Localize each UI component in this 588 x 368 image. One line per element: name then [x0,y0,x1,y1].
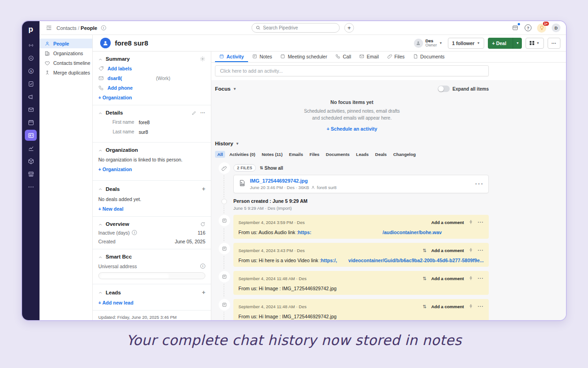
broadcast-icon[interactable] [25,40,37,51]
marketplace-icon[interactable] [25,168,37,179]
tab-call[interactable]: Call [331,52,355,62]
pin-icon[interactable] [469,274,473,282]
timeline-scroll[interactable]: Focus▼ Expand all items No focus items y… [211,80,566,320]
tab-activity[interactable]: Activity [215,52,248,62]
search-input[interactable] [263,25,328,30]
note-more-icon[interactable]: ··· [478,248,484,253]
sidebar-item-people[interactable]: People [40,39,92,48]
expand-note-icon[interactable]: ⇅ [423,248,426,253]
edit-icon[interactable] [192,110,197,115]
note-more-icon[interactable]: ··· [478,276,484,281]
tab-email[interactable]: Email [355,52,383,62]
info-icon[interactable]: i [132,230,137,235]
add-new-lead-link[interactable]: + Add new lead [98,300,133,305]
note-link[interactable]: videocontainer/Guid/b/b6ac9ba2-200b-45d6… [348,258,484,263]
schedule-activity-link[interactable]: + Schedule an activity [327,126,377,132]
more-icon[interactable] [25,181,37,192]
new-deal-link[interactable]: + New deal [98,206,124,212]
filter-changelog[interactable]: Changelog [391,151,418,158]
owner-selector[interactable]: Des Owner ▼ [414,39,442,48]
file-card[interactable]: IMG_1725446929742.jpg June 20 3:46 PM · … [233,175,489,193]
mail-icon[interactable] [25,104,37,115]
pin-icon[interactable] [469,246,473,254]
whats-new-icon[interactable] [511,24,519,32]
sidebar-item-merge-duplicates[interactable]: Merge duplicates [40,68,92,77]
add-organization-row[interactable]: + Organization [98,95,205,100]
filter-deals[interactable]: Deals [373,151,389,158]
leads-icon[interactable] [25,52,37,63]
expand-all-toggle[interactable] [438,86,450,92]
refresh-icon[interactable] [200,222,205,227]
followers-button[interactable]: 1 follower▼ [448,38,484,49]
note-link[interactable]: /audiocontainer/bohe.wav [383,230,442,235]
sidebar-item-contacts-timeline[interactable]: Contacts timeline [40,58,92,68]
chevron-down-icon[interactable]: ▼ [236,142,239,146]
filter-all[interactable]: All [215,151,225,158]
layout-button[interactable]: ▼ [526,38,543,49]
help-icon[interactable]: ? [525,24,531,31]
filter-leads[interactable]: Leads [354,151,371,158]
add-deal-button[interactable]: + Deal ▼ [488,38,522,49]
deal-dropdown[interactable]: ▼ [513,38,522,49]
insights-icon[interactable] [25,143,37,154]
note-more-icon[interactable]: ··· [478,304,484,309]
add-comment-button[interactable]: Add a comment [431,304,464,309]
note-link[interactable]: https: [298,230,311,235]
add-deal-icon[interactable]: + [202,185,205,192]
calendar-icon[interactable] [25,117,37,128]
products-icon[interactable] [25,155,37,167]
filter-activities[interactable]: Activities (0) [227,151,258,158]
breadcrumb-root[interactable]: Contacts [57,25,76,31]
note-card[interactable]: September 4, 2024 11:48 AM · Des ⇅ Add a… [233,299,489,320]
filter-notes[interactable]: Notes (11) [260,151,285,158]
add-labels-row[interactable]: Add labels [98,66,205,71]
collapse-sidebar-icon[interactable] [45,24,53,32]
filter-documents[interactable]: Documents [323,151,352,158]
activities-icon[interactable] [25,78,37,89]
add-organization-link[interactable]: + Organization [98,167,132,172]
contacts-icon[interactable] [25,130,37,141]
tab-meeting-scheduler[interactable]: Meeting scheduler [276,52,331,62]
sidebar-item-organizations[interactable]: Organizations [40,48,92,58]
pin-icon[interactable] [469,218,473,226]
tab-documents[interactable]: Documents [409,52,449,62]
tab-notes[interactable]: Notes [248,52,276,62]
note-link[interactable]: https:/, [321,258,337,263]
add-comment-button[interactable]: Add a comment [431,220,464,225]
file-linked-person[interactable]: fore8 sur8 [317,185,337,190]
email-row[interactable]: dsar8( (Work) [98,75,205,81]
file-more-icon[interactable]: ··· [475,180,484,188]
show-all-files[interactable]: ⇅Show all [260,166,283,171]
tab-files[interactable]: Files [383,52,409,62]
add-comment-button[interactable]: Add a comment [431,276,464,281]
note-card[interactable]: September 4, 2024 3:43 PM · Des ⇅ Add a … [233,243,489,267]
campaigns-icon[interactable] [25,91,37,102]
suggestions-icon[interactable]: 1+ [537,23,546,33]
note-card[interactable]: September 4, 2024 3:59 PM · Des ⇅ Add a … [233,215,489,239]
note-card[interactable]: September 4, 2024 11:48 AM · Des ⇅ Add a… [233,271,489,295]
user-avatar[interactable]: D [552,23,560,32]
file-name-link[interactable]: IMG_1725446929742.jpg [250,178,337,184]
quick-add-button[interactable]: + [345,23,354,33]
add-phone-row[interactable]: Add phone [98,85,205,91]
deals-icon[interactable]: $ [25,65,37,76]
add-comment-button[interactable]: Add a comment [431,248,464,253]
filter-emails[interactable]: Emails [287,151,305,158]
global-search[interactable] [252,23,340,33]
expand-note-icon[interactable]: ⇅ [423,304,426,309]
add-lead-icon[interactable]: + [202,289,205,296]
expand-note-icon[interactable]: ⇅ [423,276,426,281]
gear-icon[interactable] [200,56,205,62]
collapse-icon[interactable] [98,57,102,61]
info-icon[interactable]: i [200,264,205,269]
details-more-icon[interactable]: ··· [200,110,205,115]
note-more-icon[interactable]: ··· [478,220,484,225]
filter-files[interactable]: Files [307,151,322,158]
add-activity-input[interactable] [215,65,489,76]
more-actions-button[interactable]: ··· [548,38,561,49]
info-icon[interactable]: i [101,25,106,30]
pin-icon[interactable] [469,302,473,310]
activity-area: Activity Notes Meeting scheduler [211,52,566,320]
chevron-down-icon[interactable]: ▼ [233,87,237,91]
bcc-address-field[interactable] [98,272,205,279]
